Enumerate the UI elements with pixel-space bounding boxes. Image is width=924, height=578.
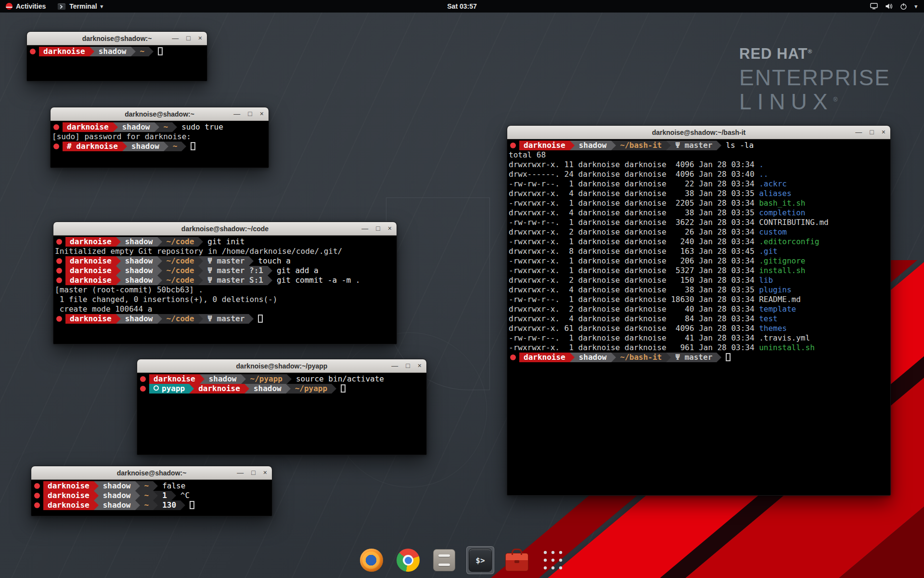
command-text: ^C: [180, 491, 190, 500]
command-text: ls -la: [726, 141, 754, 150]
powerline-arrow: [200, 374, 205, 384]
dock-app-grid[interactable]: [539, 547, 566, 574]
terminal-content[interactable]: darknoiseshadow~sudo true[sudo] password…: [51, 121, 269, 168]
app-grid-icon: [542, 549, 564, 571]
terminal-line: create mode 100644 a: [55, 304, 395, 314]
output-text: custom: [759, 227, 787, 236]
window-titlebar[interactable]: darknoise@shadow:~/code—□×: [53, 222, 397, 236]
powerline-arrow: [180, 500, 185, 510]
terminal-cursor: [726, 353, 731, 361]
terminal-line: drwxrwxr-x. 4 darknoise darknoise 38 Jan…: [509, 285, 889, 295]
prompt-segment-host: shadow: [99, 481, 135, 491]
minimize-button[interactable]: —: [855, 126, 862, 139]
powerline-arrow: [153, 500, 158, 510]
output-text: total 68: [509, 150, 546, 159]
powerline-arrow: [116, 237, 121, 247]
terminal-pyapp: darknoise@shadow:~/pyapp—□×darknoiseshad…: [137, 359, 427, 455]
output-text: drwxrwxr-x. 2 darknoise darknoise 150 Ja…: [509, 276, 759, 285]
powerline-arrow: [157, 256, 162, 266]
terminal-content[interactable]: darknoiseshadow~/pyappsource bin/activat…: [137, 373, 426, 455]
terminal-line: drwxrwxr-x. 4 darknoise darknoise 38 Jan…: [509, 189, 889, 198]
powerline-arrow-triangle: [153, 481, 158, 491]
maximize-button[interactable]: □: [186, 32, 190, 45]
minimize-button[interactable]: —: [361, 222, 368, 235]
window-titlebar[interactable]: darknoise@shadow:~—□×: [27, 32, 207, 45]
powerline-arrow-triangle: [154, 122, 159, 132]
powerline-arrow: [287, 374, 292, 384]
dock-firefox[interactable]: [358, 546, 385, 574]
close-button[interactable]: ×: [418, 359, 422, 372]
powerline-arrow-triangle: [153, 500, 158, 510]
terminal-content[interactable]: darknoiseshadow~/codegit initInitialized…: [53, 236, 397, 344]
powerline-arrow: [116, 314, 121, 324]
powerline-arrow-triangle: [189, 384, 194, 394]
powerline-arrow: [268, 276, 272, 285]
terminal-line: darknoiseshadow~sudo true: [52, 122, 267, 132]
dock-chrome[interactable]: [394, 546, 422, 574]
close-button[interactable]: ×: [882, 126, 886, 139]
powerline-arrow: [198, 276, 203, 285]
terminal-line: -rwxrwxr-x. 1 darknoise darknoise 206 Ja…: [509, 256, 889, 266]
panel-clock[interactable]: Sat 03:57: [447, 2, 476, 10]
maximize-button[interactable]: □: [870, 126, 873, 139]
close-button[interactable]: ×: [260, 107, 264, 120]
powerline-arrow-triangle: [135, 481, 140, 491]
minimize-button[interactable]: —: [391, 359, 398, 372]
activities-button[interactable]: Activities: [0, 0, 51, 13]
window-title: darknoise@shadow:~/bash-it: [652, 129, 746, 136]
terminal-line: darknoiseshadow~/codeΨ master ?:1git add…: [55, 266, 395, 276]
close-button[interactable]: ×: [388, 222, 392, 235]
output-text: -rw-rw-r--. 1 darknoise darknoise 18630 …: [509, 295, 759, 304]
prompt-segment-path: ~: [140, 491, 154, 500]
terminal-content[interactable]: darknoiseshadow~: [27, 45, 207, 81]
dock-files[interactable]: [431, 547, 458, 574]
powerline-arrow: [153, 481, 158, 491]
prompt-segment-host: shadow: [99, 491, 135, 500]
close-button[interactable]: ×: [263, 466, 267, 479]
powerline-arrow: [157, 266, 162, 276]
output-text: drwxrwxr-x. 4 darknoise darknoise 38 Jan…: [509, 285, 759, 294]
window-titlebar[interactable]: darknoise@shadow:~—□×: [31, 466, 272, 480]
maximize-button[interactable]: □: [376, 222, 380, 235]
powerline-arrow-triangle: [717, 353, 721, 362]
window-titlebar[interactable]: darknoise@shadow:~—□×: [51, 107, 269, 121]
window-title: darknoise@shadow:~: [117, 469, 187, 477]
dock-terminal[interactable]: $>: [466, 546, 494, 574]
minimize-button[interactable]: —: [237, 466, 244, 479]
powerline-arrow: [717, 353, 721, 362]
prompt-segment-host: shadow: [121, 276, 157, 285]
volume-icon: [885, 3, 893, 10]
powerline-arrow: [153, 491, 158, 500]
minimize-button[interactable]: —: [233, 107, 240, 120]
output-text: [master (root-commit) 50bcb63] .: [55, 285, 203, 294]
powerline-arrow: [116, 266, 121, 276]
powerline-arrow-triangle: [241, 374, 246, 384]
powerline-arrow-triangle: [666, 141, 671, 150]
prompt-segment-host: shadow: [94, 47, 131, 56]
prompt-segment-host: shadow: [249, 384, 286, 394]
maximize-button[interactable]: □: [406, 359, 410, 372]
prompt-segment-git: Ψ master ?:1: [203, 266, 268, 276]
window-title: darknoise@shadow:~: [125, 110, 194, 118]
maximize-button[interactable]: □: [248, 107, 252, 120]
terminal-line: -rwxrwxr-x. 1 darknoise darknoise 240 Ja…: [509, 237, 889, 247]
maximize-button[interactable]: □: [251, 466, 255, 479]
powerline-arrow-triangle: [135, 491, 140, 500]
prompt-segment-user: darknoise: [43, 481, 94, 491]
powerline-arrow: [135, 491, 140, 500]
status-area[interactable]: ▾: [870, 0, 924, 13]
output-text: drwxrwxr-x. 61 darknoise darknoise 4096 …: [509, 324, 759, 333]
window-titlebar[interactable]: darknoise@shadow:~/pyapp—□×: [137, 359, 426, 373]
close-button[interactable]: ×: [198, 32, 202, 45]
terminal-content[interactable]: darknoiseshadow~falsedarknoiseshadow~1^C…: [31, 480, 272, 516]
minimize-button[interactable]: —: [172, 32, 179, 45]
terminal-content[interactable]: darknoiseshadow~/bash-itΨ masterls -lato…: [507, 139, 890, 495]
output-text: README.md: [759, 295, 801, 304]
app-menu-terminal[interactable]: Terminal ▾: [51, 0, 109, 13]
output-text: test: [759, 314, 778, 323]
terminal-icon: $>: [469, 549, 492, 572]
terminal-cursor: [190, 501, 194, 509]
window-titlebar[interactable]: darknoise@shadow:~/bash-it—□×: [507, 126, 890, 139]
dock-toolbox[interactable]: [503, 547, 531, 574]
powerline-arrow: [241, 374, 246, 384]
